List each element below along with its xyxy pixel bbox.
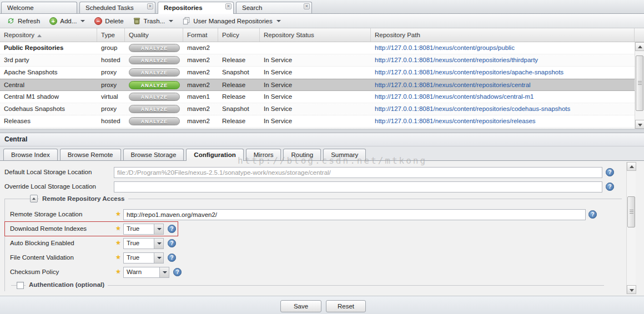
format-cell: maven2 — [183, 42, 218, 54]
column-header-repository-path[interactable]: Repository Path — [371, 28, 635, 42]
combo-trigger-icon[interactable] — [154, 253, 163, 263]
scroll-down-icon[interactable] — [627, 285, 636, 294]
table-row[interactable]: Codehaus SnapshotsproxyANALYZEmaven2Snap… — [0, 103, 635, 115]
column-header-label: Policy — [222, 32, 239, 38]
column-header-repository[interactable]: Repository — [0, 28, 97, 42]
column-header-policy[interactable]: Policy — [218, 28, 260, 42]
collapse-toggle-icon[interactable] — [30, 195, 38, 202]
repository-type-cell: hosted — [97, 115, 125, 127]
table-row[interactable]: 3rd partyhostedANALYZEmaven2ReleaseIn Se… — [0, 54, 635, 67]
analyze-button[interactable]: ANALYZE — [129, 117, 180, 125]
tab-repositories[interactable]: Repositories× — [158, 2, 234, 14]
table-row[interactable]: Central M1 shadowvirtualANALYZEmaven1Rel… — [0, 91, 635, 103]
analyze-button[interactable]: ANALYZE — [129, 105, 180, 113]
tab-close-icon[interactable]: × — [225, 3, 232, 9]
download-remote-indexes-select[interactable]: True — [123, 224, 164, 235]
column-header-label: Repository Status — [264, 32, 314, 38]
repository-status-cell: In Service — [260, 115, 371, 127]
scroll-up-icon[interactable] — [627, 162, 636, 171]
help-icon[interactable]: ? — [606, 168, 614, 176]
select-value: Warn — [127, 269, 142, 275]
column-header-type[interactable]: Type — [97, 28, 125, 42]
override-local-storage-input[interactable] — [114, 181, 602, 193]
add-button[interactable]: +Add... — [44, 15, 89, 27]
detail-tab-configuration[interactable]: Configuration — [186, 149, 243, 161]
combo-trigger-icon[interactable] — [154, 224, 163, 234]
detail-tab-summary[interactable]: Summary — [323, 149, 366, 160]
table-row[interactable]: Public RepositoriesgroupANALYZEmaven2htt… — [0, 42, 635, 54]
toolbar-button-label: Trash... — [144, 18, 165, 24]
help-icon[interactable]: ? — [168, 225, 176, 233]
repository-type-cell: hosted — [97, 54, 125, 66]
tab-scheduled-tasks[interactable]: Scheduled Tasks× — [79, 2, 155, 13]
analyze-button[interactable]: ANALYZE — [129, 44, 180, 52]
tab-label: Search — [242, 4, 262, 11]
column-header-format[interactable]: Format — [183, 28, 218, 42]
delete-button[interactable]: −Delete — [89, 15, 128, 27]
detail-tab-browse-remote[interactable]: Browse Remote — [60, 149, 121, 160]
combo-trigger-icon[interactable] — [159, 267, 169, 277]
form-scrollbar[interactable] — [626, 162, 636, 294]
help-icon[interactable]: ? — [168, 254, 176, 262]
panel-splitter[interactable] — [0, 129, 644, 133]
grid-scrollbar[interactable] — [635, 42, 644, 129]
required-star-icon: ★ — [115, 254, 121, 261]
column-header-label: Format — [187, 32, 207, 38]
scrollbar-thumb[interactable] — [627, 196, 635, 227]
column-header-repository-status[interactable]: Repository Status — [260, 28, 371, 42]
repository-path-link[interactable]: http://127.0.0.1:8081/nexus/content/shad… — [375, 93, 534, 100]
combo-trigger-icon[interactable] — [154, 239, 163, 249]
tab-search[interactable]: Search× — [236, 2, 312, 13]
repository-status-cell — [260, 42, 371, 54]
policy-cell: Release — [218, 115, 260, 127]
analyze-button[interactable]: ANALYZE — [129, 56, 180, 64]
repository-path-cell: http://127.0.0.1:8081/nexus/content/shad… — [371, 91, 635, 103]
repository-name-cell: Central M1 shadow — [0, 91, 97, 103]
required-star-icon: ★ — [115, 225, 121, 232]
format-cell: maven2 — [183, 115, 218, 127]
tab-close-icon[interactable]: × — [147, 3, 153, 9]
reset-button[interactable]: Reset — [326, 300, 366, 312]
repository-path-link[interactable]: http://127.0.0.1:8081/nexus/content/repo… — [375, 57, 538, 63]
detail-tab-browse-storage[interactable]: Browse Storage — [123, 149, 184, 160]
analyze-button[interactable]: ANALYZE — [129, 81, 180, 89]
scroll-down-icon[interactable] — [635, 120, 644, 129]
user-managed-repositories-button[interactable]: User Managed Repositories — [178, 15, 285, 27]
file-content-validation-select[interactable]: True — [123, 252, 164, 264]
auto-blocking-enabled-select[interactable]: True — [123, 238, 164, 249]
download-remote-indexes-label: Download Remote Indexes — [10, 225, 87, 232]
column-header-quality[interactable]: Quality — [125, 28, 183, 42]
repository-type-cell: proxy — [97, 79, 125, 90]
table-row[interactable]: Apache SnapshotsproxyANALYZEmaven2Snapsh… — [0, 67, 635, 79]
checksum-policy-select[interactable]: Warn — [123, 267, 169, 278]
remote-storage-location-input[interactable] — [123, 209, 586, 220]
help-icon[interactable]: ? — [588, 210, 597, 219]
detail-tab-mirrors[interactable]: Mirrors — [246, 149, 281, 160]
repository-path-link[interactable]: http://127.0.0.1:8081/nexus/content/repo… — [375, 69, 564, 75]
refresh-button[interactable]: Refresh — [2, 15, 44, 27]
column-header-label: Type — [101, 32, 115, 38]
tab-close-icon[interactable]: × — [304, 3, 310, 9]
table-row[interactable]: CentralproxyANALYZEmaven2ReleaseIn Servi… — [0, 79, 635, 91]
default-local-storage-input[interactable] — [114, 167, 602, 178]
detail-tab-browse-index[interactable]: Browse Index — [3, 149, 58, 160]
help-icon[interactable]: ? — [606, 183, 614, 191]
trash-button[interactable]: Trash... — [128, 15, 178, 27]
repository-path-link[interactable]: http://127.0.0.1:8081/nexus/content/repo… — [375, 82, 531, 88]
analyze-button[interactable]: ANALYZE — [129, 93, 180, 101]
analyze-button[interactable]: ANALYZE — [129, 68, 180, 77]
repository-path-link[interactable]: http://127.0.0.1:8081/nexus/content/repo… — [375, 105, 570, 112]
authentication-checkbox[interactable] — [17, 282, 24, 289]
repository-path-link[interactable]: http://127.0.0.1:8081/nexus/content/grou… — [375, 44, 515, 51]
tab-label: Repositories — [164, 4, 203, 11]
help-icon[interactable]: ? — [168, 239, 176, 247]
scrollbar-thumb[interactable] — [636, 55, 643, 111]
repository-path-link[interactable]: http://127.0.0.1:8081/nexus/content/repo… — [375, 118, 536, 124]
repository-status-cell: In Service — [260, 91, 371, 103]
tab-welcome[interactable]: Welcome — [1, 2, 77, 13]
detail-tab-routing[interactable]: Routing — [283, 149, 321, 160]
help-icon[interactable]: ? — [173, 268, 182, 276]
scroll-up-icon[interactable] — [635, 42, 644, 51]
save-button[interactable]: Save — [280, 300, 321, 312]
table-row[interactable]: ReleaseshostedANALYZEmaven2ReleaseIn Ser… — [0, 115, 635, 128]
